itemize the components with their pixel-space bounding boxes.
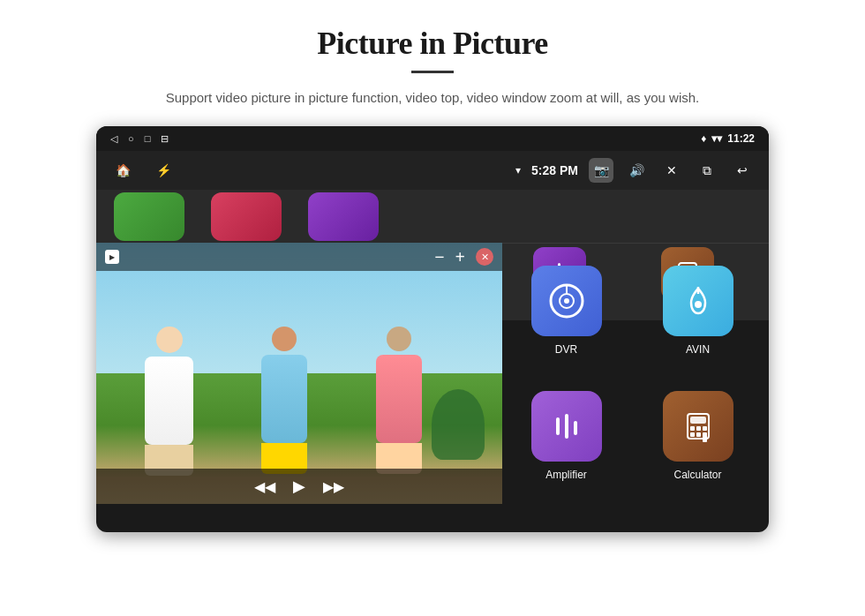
video-tree [432, 389, 485, 460]
nav-extra-icon[interactable]: ⊟ [161, 133, 169, 145]
pip-record-button[interactable]: ▶ [105, 250, 119, 264]
pip-close-button[interactable]: ✕ [476, 248, 493, 266]
avin-svg [679, 282, 718, 320]
svg-point-2 [564, 298, 569, 304]
signal-icon: ▾▾ [711, 132, 722, 145]
app-avin[interactable]: AVIN [634, 250, 762, 372]
pip-playback-bar: ◀◀ ▶ ▶▶ [96, 469, 502, 504]
pip-video-window[interactable]: ▶ − + ✕ ◀◀ ▶ ▶▶ [96, 243, 502, 504]
wifi-icon: ▾ [515, 164, 521, 177]
svg-rect-16 [703, 432, 707, 442]
svg-rect-11 [690, 426, 695, 431]
app-content: ▶ − + ✕ ◀◀ ▶ ▶▶ [96, 190, 769, 320]
nav-recent-icon[interactable]: □ [145, 133, 151, 144]
svg-rect-12 [696, 426, 701, 431]
page-container: Picture in Picture Support video picture… [0, 0, 865, 616]
top-app-netflix-partial[interactable] [114, 192, 184, 241]
pip-prev-button[interactable]: ◀◀ [254, 478, 275, 495]
pip-controls-bar: ▶ − + ✕ [96, 243, 502, 271]
video-person-2 [246, 327, 321, 472]
volume-icon[interactable]: 🔊 [624, 158, 649, 183]
pip-video-content [96, 243, 502, 504]
svg-rect-13 [703, 426, 707, 431]
amplifier-svg [547, 407, 586, 446]
amplifier-icon-box [531, 391, 602, 462]
svg-rect-8 [574, 421, 577, 435]
status-right-icons: ♦ ▾▾ 11:22 [701, 132, 755, 145]
top-apps-strip [96, 190, 769, 243]
camera-button[interactable]: 📷 [589, 158, 613, 183]
gps-icon: ♦ [701, 132, 706, 145]
pip-play-button[interactable]: ▶ [293, 477, 305, 496]
top-app-wheelkey-partial[interactable] [308, 192, 379, 241]
action-bar-time: 5:28 PM [531, 163, 578, 177]
status-bar: ◁ ○ □ ⊟ ♦ ▾▾ 11:22 [96, 126, 769, 151]
calculator-label: Calculator [673, 469, 721, 481]
nav-home-icon[interactable]: ○ [128, 133, 134, 144]
top-app-siriusxm-partial[interactable] [211, 192, 282, 241]
close-pip-icon[interactable]: ✕ [659, 158, 684, 183]
pip-next-button[interactable]: ▶▶ [323, 478, 344, 495]
apps-grid: DVR AVIN [495, 243, 769, 504]
action-bar: 🏠 ⚡ ▾ 5:28 PM 📷 🔊 ✕ ⧉ ↩ [96, 151, 769, 190]
device-frame: ◁ ○ □ ⊟ ♦ ▾▾ 11:22 🏠 ⚡ ▾ 5:28 PM 📷 🔊 [96, 126, 769, 532]
svg-rect-6 [556, 417, 560, 435]
avin-label: AVIN [686, 343, 710, 356]
video-person-3 [361, 327, 436, 472]
app-calculator[interactable]: Calculator [634, 375, 762, 497]
nav-back-icon[interactable]: ◁ [110, 133, 117, 145]
video-person-1 [132, 327, 207, 472]
amplifier-label: Amplifier [545, 469, 587, 481]
pip-mode-icon[interactable]: ⧉ [695, 158, 719, 183]
usb-icon: ⚡ [151, 158, 176, 183]
calculator-icon-box [663, 391, 733, 462]
pip-minus-button[interactable]: − [434, 247, 444, 267]
pip-size-controls: − + ✕ [434, 247, 493, 267]
action-bar-right: ▾ 5:28 PM 📷 🔊 ✕ ⧉ ↩ [515, 158, 755, 183]
title-divider [411, 71, 454, 73]
svg-rect-14 [690, 432, 695, 437]
action-bar-left: 🏠 ⚡ [110, 158, 176, 183]
app-dvr[interactable]: DVR [502, 250, 630, 372]
pip-plus-button[interactable]: + [455, 247, 465, 267]
svg-rect-7 [565, 414, 568, 439]
svg-point-4 [695, 301, 702, 308]
svg-rect-10 [690, 417, 706, 424]
page-title: Picture in Picture [317, 25, 548, 62]
dvr-icon-box [531, 266, 602, 336]
app-amplifier[interactable]: Amplifier [502, 375, 630, 497]
back-icon[interactable]: ↩ [730, 158, 755, 183]
status-time: 11:22 [727, 132, 755, 145]
avin-icon-box [663, 266, 733, 336]
calculator-svg [679, 407, 718, 446]
page-subtitle: Support video picture in picture functio… [166, 87, 699, 109]
dvr-label: DVR [555, 343, 577, 356]
dvr-svg [547, 282, 586, 320]
status-nav-icons: ◁ ○ □ ⊟ [110, 133, 169, 145]
home-icon[interactable]: 🏠 [110, 158, 135, 183]
svg-rect-15 [696, 432, 701, 437]
